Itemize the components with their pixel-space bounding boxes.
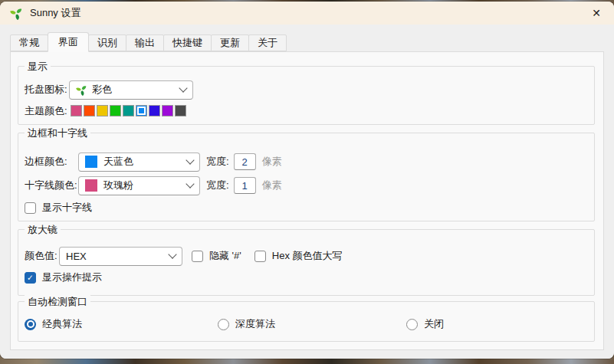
border-color-chip <box>85 156 97 168</box>
hex-uppercase-checkbox[interactable] <box>254 251 266 262</box>
color-value-dropdown[interactable]: HEX <box>59 247 182 266</box>
title-bar[interactable]: Sunny 设置 ✕ <box>0 2 614 25</box>
chevron-down-icon <box>179 84 187 92</box>
color-value-label: 颜色值: <box>25 249 59 263</box>
show-crosshair-checkbox[interactable] <box>25 202 36 214</box>
hide-hash-label: 隐藏 '#' <box>209 249 241 263</box>
show-crosshair-label: 显示十字线 <box>42 201 92 215</box>
cross-width-unit: 像素 <box>262 179 282 192</box>
cross-width-label: 宽度: <box>206 179 229 192</box>
group-display: 显示 托盘图标: 彩色 主题颜色: <box>18 66 595 125</box>
tab-page-interface: 显示 托盘图标: 彩色 主题颜色: <box>10 51 604 350</box>
theme-color-swatch[interactable] <box>162 105 173 116</box>
chevron-down-icon <box>168 250 176 258</box>
dialog-body: 常规界面识别输出快捷键更新关于 显示 托盘图标: 彩色 <box>0 25 614 359</box>
group-autodetect: 自动检测窗口 经典算法深度算法关闭 <box>18 301 595 342</box>
theme-color-swatch[interactable] <box>175 105 186 116</box>
tab-界面[interactable]: 界面 <box>48 32 89 52</box>
tab-更新[interactable]: 更新 <box>211 34 249 51</box>
hex-uppercase-label: Hex 颜色值大写 <box>272 249 343 263</box>
cross-width-input[interactable]: 1 <box>234 177 256 194</box>
radio-label: 深度算法 <box>235 317 275 331</box>
group-display-title: 显示 <box>25 60 51 73</box>
theme-color-swatch[interactable] <box>110 105 121 116</box>
show-tips-checkbox[interactable]: ✓ <box>25 272 36 284</box>
tray-color-swirl-icon <box>76 84 87 96</box>
tab-快捷键[interactable]: 快捷键 <box>163 34 212 51</box>
theme-color-swatch[interactable] <box>149 105 160 116</box>
hide-hash-checkbox[interactable] <box>192 251 203 262</box>
theme-color-swatch[interactable] <box>123 105 134 116</box>
tray-icon-label: 托盘图标: <box>25 83 69 97</box>
theme-color-swatch[interactable] <box>136 105 147 116</box>
cross-color-label: 十字线颜色: <box>25 179 78 192</box>
radio-circle-icon[interactable] <box>218 319 229 330</box>
border-width-input[interactable]: 2 <box>234 153 256 170</box>
autodetect-options: 经典算法深度算法关闭 <box>18 317 594 330</box>
theme-color-swatch[interactable] <box>97 105 108 116</box>
tray-icon-dropdown[interactable]: 彩色 <box>69 80 193 100</box>
cross-color-chip <box>85 179 97 192</box>
group-magnifier: 放大镜 颜色值: HEX 隐藏 '#' Hex 颜色值大写 <box>18 229 595 296</box>
close-icon[interactable]: ✕ <box>579 2 614 25</box>
radio-circle-icon[interactable] <box>25 319 36 330</box>
border-width-unit: 像素 <box>262 155 282 169</box>
theme-color-swatch[interactable] <box>71 105 82 116</box>
radio-option-关闭[interactable]: 关闭 <box>406 317 444 331</box>
group-autodetect-title: 自动检测窗口 <box>25 295 90 308</box>
window-title: Sunny 设置 <box>30 6 80 20</box>
tab-识别[interactable]: 识别 <box>88 34 126 51</box>
cross-color-dropdown[interactable]: 玫瑰粉 <box>78 176 200 195</box>
radio-label: 经典算法 <box>42 317 82 331</box>
radio-option-深度算法[interactable]: 深度算法 <box>218 317 275 331</box>
group-border-crosshair: 边框和十字线 边框颜色: 天蓝色 宽度: 2 像素 十字线颜色: <box>18 133 595 221</box>
border-width-label: 宽度: <box>206 155 229 169</box>
settings-window: Sunny 设置 ✕ 常规界面识别输出快捷键更新关于 显示 托盘图标: <box>0 2 614 359</box>
radio-circle-icon[interactable] <box>406 319 418 330</box>
tray-icon-value: 彩色 <box>92 83 112 97</box>
tab-输出[interactable]: 输出 <box>126 34 164 51</box>
chevron-down-icon <box>186 179 194 188</box>
theme-color-swatch[interactable] <box>84 105 95 116</box>
app-logo-swirl-icon <box>10 7 23 20</box>
cross-color-name: 玫瑰粉 <box>103 179 133 192</box>
show-tips-label: 显示操作提示 <box>42 271 102 284</box>
group-magnifier-title: 放大镜 <box>25 223 61 236</box>
color-value-selected: HEX <box>66 251 87 262</box>
radio-label: 关闭 <box>424 317 444 331</box>
tab-常规[interactable]: 常规 <box>10 34 48 51</box>
tab-bar: 常规界面识别输出快捷键更新关于 <box>10 34 287 51</box>
group-border-title: 边框和十字线 <box>25 126 90 139</box>
tab-关于[interactable]: 关于 <box>248 34 287 51</box>
border-color-name: 天蓝色 <box>103 155 133 169</box>
radio-option-经典算法[interactable]: 经典算法 <box>25 317 82 331</box>
border-color-dropdown[interactable]: 天蓝色 <box>78 152 200 172</box>
chevron-down-icon <box>186 156 194 164</box>
theme-color-swatches <box>71 105 188 116</box>
theme-color-label: 主题颜色: <box>25 104 69 118</box>
border-color-label: 边框颜色: <box>25 155 78 169</box>
